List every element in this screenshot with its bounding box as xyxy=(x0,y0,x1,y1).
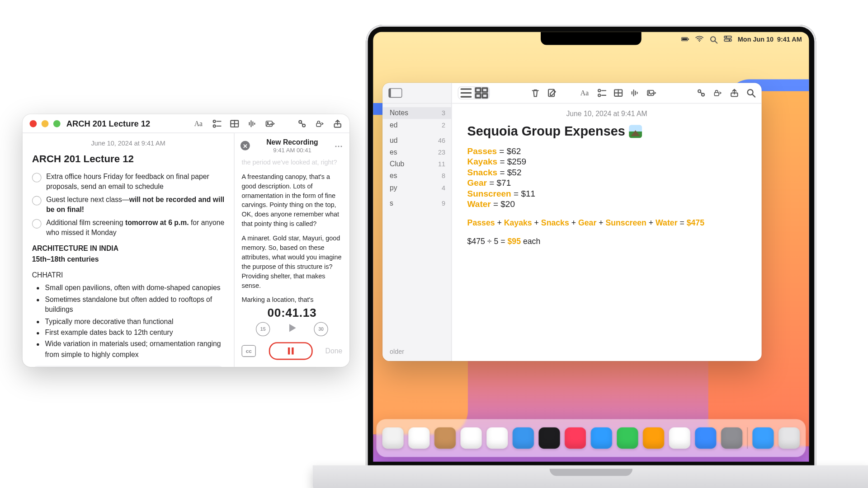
dock-app[interactable] xyxy=(669,427,690,449)
close-window-button[interactable] xyxy=(30,120,37,127)
menubar-datetime[interactable]: Mon Jun 109:41 AM xyxy=(738,36,802,43)
sidebar-item[interactable]: Notes3 xyxy=(382,107,451,119)
share-icon[interactable] xyxy=(730,88,739,98)
dock-app[interactable] xyxy=(513,427,534,449)
checkbox-icon[interactable] xyxy=(32,219,42,228)
sidebar-item[interactable]: ud46 xyxy=(382,134,451,146)
play-button[interactable] xyxy=(287,323,297,336)
checklist-item[interactable]: Additional film screening tomorrow at 6 … xyxy=(32,217,225,238)
sidebar-item[interactable] xyxy=(382,131,451,135)
dock-app[interactable] xyxy=(434,427,456,449)
note-title: Sequoia Group Expenses xyxy=(467,124,746,139)
battery-icon[interactable] xyxy=(681,36,689,43)
done-button[interactable]: Done xyxy=(326,347,343,355)
dock-app[interactable] xyxy=(721,427,742,449)
checklist-icon[interactable] xyxy=(212,119,222,128)
sidebar-item[interactable]: ed2 xyxy=(382,119,451,131)
checklist-icon[interactable] xyxy=(597,88,606,98)
dock-app[interactable] xyxy=(591,427,612,449)
traffic-lights xyxy=(30,120,61,127)
lock-icon[interactable] xyxy=(315,119,325,128)
recording-subtitle: 9:41 AM 00:41 xyxy=(250,147,335,153)
subheading: CHHATRI xyxy=(32,271,225,281)
pause-record-button[interactable] xyxy=(269,342,312,360)
skip-forward-button[interactable]: 30 xyxy=(314,322,328,336)
table-icon[interactable] xyxy=(230,119,239,128)
new-folder-button[interactable]: older xyxy=(382,342,451,361)
search-icon[interactable] xyxy=(746,88,756,98)
media-icon[interactable] xyxy=(265,119,275,128)
expense-line: Kayaks = $259 xyxy=(467,157,746,166)
checkbox-icon[interactable] xyxy=(32,196,42,205)
svg-rect-25 xyxy=(292,347,294,355)
format-icon[interactable]: Aa xyxy=(194,119,204,128)
table-icon[interactable] xyxy=(613,88,623,98)
dock-app[interactable] xyxy=(643,427,664,449)
recording-attachment[interactable]: New Recording 00:41 xyxy=(32,366,225,367)
sidebar-item-label: Club xyxy=(390,160,404,168)
share-icon[interactable] xyxy=(333,119,342,128)
minimize-window-button[interactable] xyxy=(42,120,49,127)
titlebar: ARCH 201 Lecture 12 Aa xyxy=(23,114,349,133)
transcript-paragraph: A minaret. Gold star, Mayuri, good memor… xyxy=(241,234,342,290)
dock-app[interactable] xyxy=(752,427,774,449)
more-icon[interactable]: ⋯ xyxy=(335,141,344,150)
svg-rect-41 xyxy=(476,94,481,98)
sidebar-toolbar xyxy=(382,83,451,103)
dock-app[interactable] xyxy=(617,427,638,449)
wifi-icon[interactable] xyxy=(695,36,703,43)
spotlight-icon[interactable] xyxy=(709,36,717,43)
media-icon[interactable] xyxy=(646,88,656,98)
format-icon[interactable]: Aa xyxy=(580,88,590,98)
checklist-item[interactable]: Guest lecture next class—will not be rec… xyxy=(32,195,225,216)
close-panel-button[interactable]: ✕ xyxy=(241,141,250,150)
window-title: ARCH 201 Lecture 12 xyxy=(66,119,151,128)
checklist-item[interactable]: Extra office hours Friday for feedback o… xyxy=(32,172,225,192)
dock xyxy=(377,419,806,457)
list-item: Wide variation in materials used; orname… xyxy=(45,339,225,360)
section-heading: ARCHITECTURE IN INDIA xyxy=(32,244,225,254)
dock-app[interactable] xyxy=(486,427,508,449)
audio-icon[interactable] xyxy=(630,88,639,98)
transcript[interactable]: the period we've looked at, right? A fre… xyxy=(235,154,349,304)
dock-app[interactable] xyxy=(778,427,800,449)
dock-app[interactable] xyxy=(461,427,482,449)
note-body[interactable]: June 10, 2024 at 9:41 AM ARCH 201 Lectur… xyxy=(23,133,234,367)
sidebar-item-count: 9 xyxy=(442,199,445,206)
zoom-window-button[interactable] xyxy=(53,120,61,127)
sidebar-item[interactable]: Club11 xyxy=(382,158,451,170)
expense-line: Passes = $62 xyxy=(467,146,746,156)
sidebar-item-label: es xyxy=(390,172,397,180)
dock-app[interactable] xyxy=(382,427,404,449)
link-icon[interactable] xyxy=(297,119,307,128)
dock-app[interactable] xyxy=(538,427,560,449)
audio-icon[interactable] xyxy=(248,119,257,128)
lock-icon[interactable] xyxy=(713,88,722,98)
sidebar-item-count: 46 xyxy=(438,137,445,144)
skip-back-button[interactable]: 15 xyxy=(256,322,270,336)
sidebar-item-label: py xyxy=(390,183,397,192)
dock-app[interactable] xyxy=(408,427,429,449)
dock-app[interactable] xyxy=(695,427,716,449)
control-center-icon[interactable] xyxy=(723,36,731,43)
svg-point-1 xyxy=(213,120,216,122)
checkbox-icon[interactable] xyxy=(32,173,42,182)
note-content[interactable]: June 10, 2024 at 9:41 AM Sequoia Group E… xyxy=(452,103,762,361)
menubar: Mon Jun 109:41 AM xyxy=(373,33,809,45)
transcript-ghost-line: the period we've looked at, right? xyxy=(241,158,342,168)
captions-toggle[interactable]: cc xyxy=(241,345,255,357)
division-line: $475 ÷ 5 = $95 each xyxy=(467,237,746,246)
gallery-view-button[interactable] xyxy=(474,87,489,99)
sidebar-item[interactable] xyxy=(382,193,451,197)
list-view-button[interactable] xyxy=(458,87,474,99)
trash-icon[interactable] xyxy=(530,88,540,98)
link-icon[interactable] xyxy=(697,88,706,98)
sidebar-item[interactable]: es8 xyxy=(382,170,451,182)
toggle-sidebar-icon[interactable] xyxy=(388,88,402,98)
compose-icon[interactable] xyxy=(547,88,557,98)
list-item: Small open pavilions, often with dome-sh… xyxy=(45,283,225,294)
dock-app[interactable] xyxy=(565,427,586,449)
sidebar-item[interactable]: py4 xyxy=(382,182,451,193)
sidebar-item[interactable]: es23 xyxy=(382,146,451,158)
sidebar-item[interactable]: s9 xyxy=(382,197,451,209)
